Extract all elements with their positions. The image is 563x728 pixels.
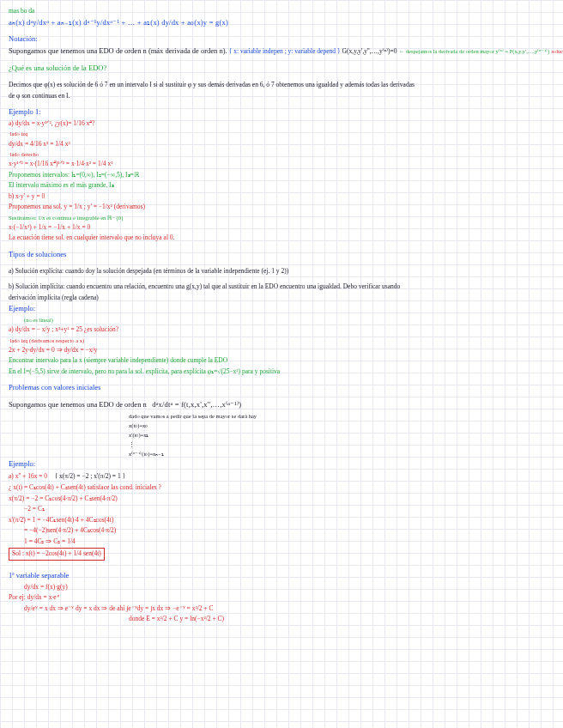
sep-eq4: donde E = x²/2 + C y = ln(−x²/2 + C) bbox=[9, 615, 554, 624]
section-separable: 1ª variable separable bbox=[9, 571, 554, 581]
tipos-b2: derivación implícita (regla cadena) bbox=[9, 294, 554, 303]
ej1-a1: a) dy/dx = x·y¹ᐟ², ¿y(x)= 1/16 x⁴? bbox=[9, 119, 554, 129]
ej3-a5: −2 = C₁ bbox=[9, 505, 554, 514]
section-que-es: ¿Qué es una solución de la EDO? bbox=[9, 64, 554, 74]
ej1-a6: Proponemos intervalos: I₁=(0,∞), I₂=(−∞,… bbox=[9, 171, 554, 180]
ej1-b1: b) x·y' + y = 0 bbox=[9, 192, 554, 202]
ej2-a3: 2x + 2y·dy/dx = 0 ⇒ dy/dx = −x/y bbox=[9, 346, 554, 355]
ejemplo1-title: Ejemplo 1: bbox=[9, 107, 554, 118]
ej1-b2: Proponemos una sol. y = 1/x ; y' = −1/x²… bbox=[9, 203, 554, 212]
que-es-2: de φ son continuas en I. bbox=[9, 92, 554, 101]
pvi-cond4: x⁽ⁿ⁻¹⁾(t₀)=xₙ₋₁ bbox=[9, 450, 554, 458]
ej2-note: (no es lineal) bbox=[9, 316, 554, 324]
ej1-b5: La ecuación tiene sol. en cualquier inte… bbox=[9, 234, 554, 243]
ej3-sol-row: Sol : x(t) = −2cos(4t) + 1/4 sen(4t) bbox=[9, 548, 554, 561]
notacion-line: Supongamos que tenemos una EDO de orden … bbox=[9, 46, 554, 57]
notacion-vars: { x: variable indepen ; y: variable depe… bbox=[229, 47, 341, 55]
notacion-text-a: Supongamos que tenemos una EDO de orden … bbox=[9, 46, 227, 55]
ej1-a3: dy/dx = 4/16 x³ = 1/4 x³ bbox=[9, 140, 554, 149]
pvi-eq: dⁿx/dtⁿ = f(t,x,x',x'',…,x⁽ⁿ⁻¹⁾) bbox=[152, 400, 241, 409]
ej3-a6: x'(π/2) = 1 = −4C₁sen(4t)·4 + 4C₂cos(4t) bbox=[9, 516, 554, 525]
tipos-a: a) Solución explícita: cuando doy la sol… bbox=[9, 267, 554, 276]
que-es-1: Decimos que φ(x) es solución de 6 ó 7 en… bbox=[9, 81, 554, 90]
notacion-arrow: ← despejamos la derivada de orden mayor … bbox=[399, 48, 550, 54]
pvi-text: Supongamos que tenemos una EDO de orden … bbox=[9, 400, 147, 409]
ej3-a-row: a) x'' + 16x = 0 { x(π/2) = −2 ; x'(π/2)… bbox=[9, 471, 554, 482]
notes-page: mas bo da aₙ(x) dⁿy/dxⁿ + aₙ₋₁(x) dⁿ⁻¹y/… bbox=[0, 0, 563, 633]
pvi-cond1: x(t₀)=x₀ bbox=[9, 422, 554, 429]
pvi-line1: Supongamos que tenemos una EDO de orden … bbox=[9, 400, 554, 410]
ej3-a1: a) x'' + 16x = 0 bbox=[9, 472, 47, 480]
ej1-a2: ·lado izq bbox=[9, 130, 554, 137]
notacion-redlabel: solución más grande bbox=[552, 48, 563, 54]
ej1-a7: El intervalo máximo es el más grande, I₃ bbox=[9, 181, 554, 191]
ej1-b3: Sustituimos: 1/x es continua e integrabl… bbox=[9, 214, 554, 221]
ej1-a4: ·lado derecho bbox=[9, 150, 554, 158]
ej3-a3: ¿ x(t) = C₁cos(4t) + C₂sen(4t) satisface… bbox=[9, 483, 554, 493]
header-equation: aₙ(x) dⁿy/dxⁿ + aₙ₋₁(x) dⁿ⁻¹y/dxⁿ⁻¹ + … … bbox=[9, 18, 554, 28]
sep-eq3: dy/eʸ = x dx ⇒ e⁻ʸ dy = x dx ⇒ de ahí ∫e… bbox=[9, 604, 554, 614]
sep-eq2: Por ej: dy/dx = x·eˣ bbox=[9, 593, 554, 603]
ejemplo2-title: Ejemplo: bbox=[9, 304, 554, 314]
ej2-a2: ·lado izq (derivamos respecto a x) bbox=[9, 337, 554, 344]
tipos-b: b) Solución implícita: cuando encuentro … bbox=[9, 282, 554, 292]
pvi-cond3: ⋮ bbox=[9, 440, 554, 448]
pvi-cond-intro: dado que vamos a pedir que la sepa de ma… bbox=[9, 412, 554, 420]
section-notacion: Notación: bbox=[9, 34, 554, 45]
ejemplo3-title: Ejemplo: bbox=[9, 459, 554, 470]
ej1-b4: x·(−1/x²) + 1/x = −1/x + 1/x = 0 bbox=[9, 223, 554, 233]
ej1-a5: x·y¹ᐟ² = x·(1/16 x⁴)¹ᐟ² = x·1/4·x² = 1/4… bbox=[9, 160, 554, 169]
title-partial: mas bo da bbox=[9, 7, 554, 16]
section-pvi: Problemas con valores iniciales bbox=[9, 383, 554, 393]
notacion-g: G(x,y,y',y'',…,y⁽ⁿ⁾)=0 bbox=[342, 47, 397, 55]
section-tipos: Tipos de soluciones bbox=[9, 250, 554, 260]
ej2-a4: Encontrar intervalo para la x (siempre v… bbox=[9, 356, 554, 366]
ej3-a4: x(π/2) = −2 = C₁cos(4·π/2) + C₂sen(4·π/2… bbox=[9, 494, 554, 504]
ej2-a1: a) dy/dx = − x/y ; x²+y² = 25 ¿es soluci… bbox=[9, 325, 554, 335]
ej3-a8: 1 = 4C₂ ⇒ C₂ = 1/4 bbox=[9, 537, 554, 547]
ej3-a7: = −4(−2)sen(4·π/2) + 4C₂cos(4·π/2) bbox=[9, 526, 554, 536]
ej2-a5: En el I=(−5,5) sirve de intervalo, pero … bbox=[9, 367, 554, 377]
ej3-sol: Sol : x(t) = −2cos(4t) + 1/4 sen(4t) bbox=[9, 548, 105, 561]
sep-eq1: dy/dx = f(x)·g(y) bbox=[9, 583, 554, 592]
pvi-cond2: x'(t₀)=x₁ bbox=[9, 431, 554, 439]
ej3-a2: { x(π/2) = −2 ; x'(π/2) = 1 } bbox=[55, 472, 126, 480]
